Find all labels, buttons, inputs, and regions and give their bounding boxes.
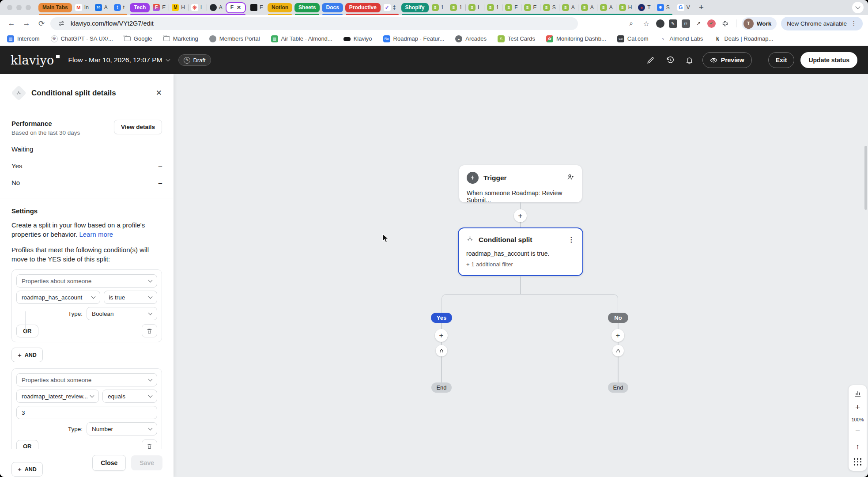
browser-tab[interactable]: ✳L [188,0,207,15]
forward-button[interactable]: → [20,17,33,30]
notifications-bell-icon[interactable] [683,53,696,67]
bookmark-klaviyo[interactable]: Klaviyo [343,35,372,42]
kebab-menu-icon[interactable]: ⋮ [851,20,857,27]
more-options-icon[interactable]: ⋮ [568,235,575,244]
bookmark-almond-labs[interactable]: ⁖Almond Labs [659,35,703,42]
operator-select[interactable]: equals [102,390,157,403]
type-select[interactable]: Boolean [87,307,157,320]
analytics-icon[interactable] [854,390,862,398]
operator-select[interactable]: is true [104,291,157,304]
tab-group-chip[interactable]: Sheets [294,3,320,12]
flow-title-menu[interactable]: Flow - Mar 10, 2026, 12:07 PM [68,56,170,64]
extension-icon[interactable] [656,19,664,28]
add-step-button-no[interactable]: + [611,329,624,342]
value-input[interactable] [16,406,157,419]
tab-group-chip[interactable]: Notion [268,3,292,12]
back-button[interactable]: ← [5,17,18,30]
browser-tab[interactable]: ❄S [654,0,673,15]
learn-more-link[interactable]: Learn more [79,231,113,238]
reload-button[interactable]: ⟳ [35,17,48,30]
view-details-button[interactable]: View details [114,120,162,134]
browser-tab[interactable]: A [207,0,226,15]
close-button[interactable]: Close [92,455,126,471]
browser-tab[interactable]: SF [502,0,521,15]
chrome-update-chip[interactable]: New Chrome available ⋮ [781,17,863,30]
close-tab-icon[interactable]: ✕ [237,4,241,11]
browser-tab[interactable]: SL [465,0,484,15]
or-button[interactable]: OR [16,325,38,337]
add-and-condition-button[interactable]: +AND [11,348,43,362]
browser-tab[interactable]: SA [597,0,616,15]
tab-group-chip[interactable]: Main Tabs [38,3,72,12]
browser-tab[interactable]: FE [150,0,169,15]
browser-tab[interactable]: SH [616,0,635,15]
new-tab-button[interactable]: + [694,3,709,12]
bookmark-star-icon[interactable]: ☆ [641,18,652,29]
site-settings-icon[interactable] [56,18,67,29]
type-select[interactable]: Number [87,422,157,435]
bookmark-test-cards[interactable]: STest Cards [498,35,535,42]
browser-tab[interactable]: ★T [635,0,653,15]
browser-tab[interactable]: SE [521,0,540,15]
maximize-window-button[interactable] [26,5,31,10]
browser-tab[interactable]: S1 [484,0,502,15]
add-step-button[interactable]: + [514,209,527,222]
browser-tab[interactable]: S1 [447,0,465,15]
property-select[interactable]: roadmap_has_account [16,291,100,304]
browser-tab[interactable]: GV [674,0,693,15]
zoom-in-button[interactable]: + [855,402,860,412]
browser-tab[interactable]: SA [578,0,597,15]
merge-paths-button-yes[interactable] [436,345,447,356]
browser-tab[interactable]: 10A [92,0,111,15]
property-select[interactable]: roadmap_latest_review... [16,390,99,403]
profile-filter-icon[interactable] [566,173,574,183]
browser-tab[interactable]: tt [111,0,128,15]
browser-tab[interactable]: SA [559,0,578,15]
bookmark-deals[interactable]: kDeals | Roadmap... [714,35,773,42]
tab-group-chip[interactable]: Productive [345,3,381,12]
password-manager-icon[interactable]: ✔ [707,19,716,28]
tab-search-button[interactable] [852,2,864,13]
extension-share-icon[interactable]: ↗ [694,19,703,28]
exit-button[interactable]: Exit [768,52,795,68]
window-controls[interactable] [7,5,31,10]
browser-tab[interactable]: ✓‡ [381,0,399,15]
browser-tab[interactable]: MH [169,0,188,15]
bookmark-calcom[interactable]: CalCal.com [617,35,649,42]
condition-category-select[interactable]: Properties about someone [16,373,157,386]
bookmark-roadmap[interactable]: RoRoadmap - Featur... [383,35,445,42]
bookmark-intercom[interactable]: ▥Intercom [7,35,40,42]
scrollbar-thumb[interactable] [864,146,867,210]
scroll-top-button[interactable]: ↑ [856,443,860,451]
extension-pencil-icon[interactable]: ✎ [669,19,677,28]
profile-chip[interactable]: T Work [742,17,777,30]
minimize-window-button[interactable] [16,5,22,10]
delete-condition-button[interactable] [142,324,157,337]
save-button[interactable]: Save [131,455,162,470]
conditional-split-card[interactable]: Conditional split ⋮ roadmap_has_account … [458,227,583,276]
bookmark-folder-marketing[interactable]: Marketing [163,35,198,42]
browser-tab[interactable]: S1 [429,0,447,15]
extension-fn-icon[interactable]: f? [682,19,690,28]
address-bar[interactable]: klaviyo.com/flow/VYt2G7/edit [50,17,578,30]
tab-group-chip[interactable]: Tech [130,3,150,12]
bookmark-arcades[interactable]: ◒Arcades [455,35,487,42]
extensions-puzzle-icon[interactable] [720,18,731,29]
tab-group-chip[interactable]: Shopify [401,3,429,12]
close-window-button[interactable] [7,5,12,10]
history-icon[interactable] [664,53,677,67]
browser-tab[interactable]: SS [540,0,559,15]
add-step-button-yes[interactable]: + [435,329,448,342]
condition-category-select[interactable]: Properties about someone [16,274,157,288]
browser-tab[interactable]: E [247,0,266,15]
browser-tab[interactable]: MIn [72,0,92,15]
edit-icon[interactable] [644,53,657,67]
add-and-condition-button[interactable]: +AND [11,462,43,477]
update-status-button[interactable]: Update status [800,52,857,68]
flow-canvas[interactable]: Trigger When someone Roadmap: Review Sub… [174,74,868,477]
merge-paths-button-no[interactable] [612,345,624,356]
bookmark-folder-google[interactable]: Google [124,35,152,42]
trigger-card[interactable]: Trigger When someone Roadmap: Review Sub… [459,165,582,202]
bookmark-chatgpt[interactable]: ⦾ChatGPT - SA UX/... [51,35,113,42]
bookmark-monitoring[interactable]: ✿Monitoring Dashb... [546,35,606,42]
